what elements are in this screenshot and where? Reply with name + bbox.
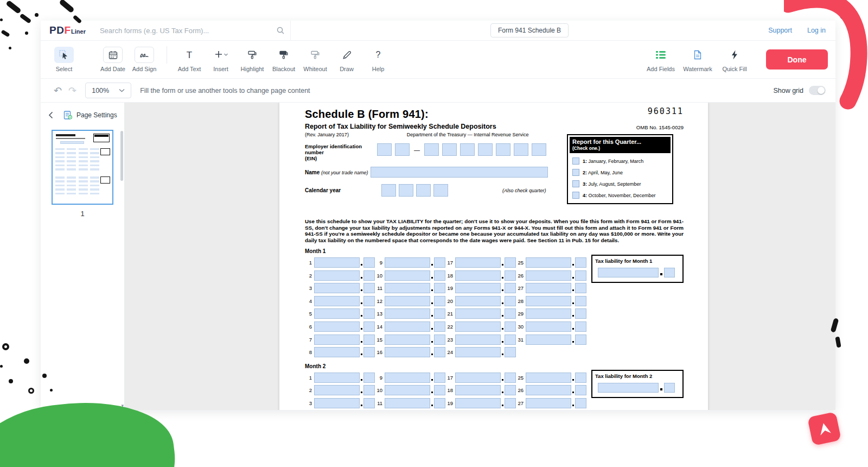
day-cents-input[interactable]: [434, 373, 445, 383]
day-amount-input[interactable]: [526, 398, 571, 408]
day-amount-input[interactable]: [385, 283, 430, 293]
day-amount-input[interactable]: [385, 398, 430, 408]
day-amount-input[interactable]: [526, 321, 571, 332]
year-digit-input[interactable]: [433, 184, 448, 197]
quarter-3-checkbox[interactable]: [572, 180, 579, 187]
tool-add-sign[interactable]: Add Sign: [129, 47, 160, 72]
day-amount-input[interactable]: [314, 321, 360, 332]
current-document-title[interactable]: Form 941 Schedule B: [490, 23, 569, 37]
tool-quick-fill[interactable]: Quick Fill: [716, 47, 753, 72]
day-cents-input[interactable]: [505, 385, 516, 395]
day-cents-input[interactable]: [505, 347, 516, 357]
day-cents-input[interactable]: [434, 296, 445, 306]
day-cents-input[interactable]: [575, 321, 586, 332]
day-amount-input[interactable]: [385, 335, 430, 345]
day-cents-input[interactable]: [575, 257, 586, 268]
tax-liability-month1-cents-input[interactable]: [664, 268, 675, 277]
day-cents-input[interactable]: [575, 270, 586, 281]
day-amount-input[interactable]: [455, 257, 501, 268]
day-amount-input[interactable]: [314, 385, 360, 395]
day-cents-input[interactable]: [434, 257, 445, 268]
tool-draw[interactable]: Draw: [331, 47, 362, 72]
quarter-2-checkbox[interactable]: [572, 169, 579, 176]
day-cents-input[interactable]: [575, 335, 586, 345]
tool-add-text[interactable]: T Add Text: [174, 47, 205, 72]
day-cents-input[interactable]: [434, 270, 445, 281]
day-amount-input[interactable]: [526, 270, 571, 281]
day-cents-input[interactable]: [575, 283, 586, 293]
tool-whiteout[interactable]: Whiteout: [299, 47, 331, 72]
day-cents-input[interactable]: [363, 335, 375, 345]
day-amount-input[interactable]: [526, 257, 571, 268]
day-amount-input[interactable]: [314, 283, 360, 293]
day-amount-input[interactable]: [526, 385, 571, 395]
day-cents-input[interactable]: [575, 296, 586, 306]
day-cents-input[interactable]: [363, 308, 375, 319]
scrollbar-thumb[interactable]: [120, 131, 123, 181]
day-amount-input[interactable]: [314, 373, 360, 383]
day-cents-input[interactable]: [505, 257, 516, 268]
day-amount-input[interactable]: [455, 296, 501, 306]
tool-select[interactable]: Select: [48, 47, 80, 72]
day-cents-input[interactable]: [434, 308, 445, 319]
day-amount-input[interactable]: [385, 257, 430, 268]
day-cents-input[interactable]: [363, 270, 375, 281]
day-amount-input[interactable]: [455, 270, 501, 281]
day-cents-input[interactable]: [575, 373, 586, 383]
day-amount-input[interactable]: [526, 335, 571, 345]
day-amount-input[interactable]: [314, 270, 360, 281]
day-amount-input[interactable]: [455, 321, 501, 332]
day-cents-input[interactable]: [575, 308, 586, 319]
day-cents-input[interactable]: [363, 347, 375, 357]
day-cents-input[interactable]: [505, 321, 516, 332]
day-cents-input[interactable]: [363, 296, 375, 306]
day-amount-input[interactable]: [314, 308, 360, 319]
collapse-sidebar-icon[interactable]: [48, 111, 53, 119]
ein-digit-input[interactable]: [478, 143, 493, 156]
day-amount-input[interactable]: [455, 347, 501, 357]
document-viewport[interactable]: 960311 Schedule B (Form 941): Report of …: [125, 103, 835, 410]
tool-insert[interactable]: Insert: [205, 47, 237, 72]
day-cents-input[interactable]: [505, 270, 516, 281]
day-cents-input[interactable]: [434, 335, 445, 345]
ein-digit-input[interactable]: [496, 143, 510, 156]
day-cents-input[interactable]: [505, 308, 516, 319]
day-cents-input[interactable]: [363, 373, 375, 383]
year-digit-input[interactable]: [399, 184, 413, 197]
tax-liability-month1-input[interactable]: [598, 268, 659, 277]
day-amount-input[interactable]: [526, 296, 571, 306]
day-cents-input[interactable]: [363, 398, 375, 408]
ein-digit-input[interactable]: [532, 143, 546, 156]
ein-digit-input[interactable]: [377, 143, 392, 156]
tool-add-fields[interactable]: Add Fields: [642, 47, 679, 72]
day-amount-input[interactable]: [455, 283, 501, 293]
undo-icon[interactable]: ↶: [50, 86, 65, 96]
day-cents-input[interactable]: [505, 296, 516, 306]
day-cents-input[interactable]: [434, 385, 445, 395]
day-cents-input[interactable]: [505, 335, 516, 345]
day-amount-input[interactable]: [526, 308, 571, 319]
tool-highlight[interactable]: Highlight: [237, 47, 268, 72]
tax-liability-month2-input[interactable]: [598, 383, 659, 393]
day-amount-input[interactable]: [385, 308, 430, 319]
sidebar-scrollbar[interactable]: [120, 131, 123, 386]
ein-digit-input[interactable]: [514, 143, 528, 156]
day-cents-input[interactable]: [363, 385, 375, 395]
day-cents-input[interactable]: [434, 321, 445, 332]
tax-liability-month2-cents-input[interactable]: [664, 383, 675, 393]
year-digit-input[interactable]: [416, 184, 431, 197]
zoom-select[interactable]: 100%: [85, 83, 131, 98]
day-cents-input[interactable]: [363, 321, 375, 332]
day-amount-input[interactable]: [385, 347, 430, 357]
ein-digit-input[interactable]: [424, 143, 439, 156]
day-amount-input[interactable]: [455, 385, 501, 395]
pdfliner-logo[interactable]: PDFLiner: [49, 24, 86, 36]
page-thumbnail[interactable]: [52, 130, 113, 205]
day-amount-input[interactable]: [385, 296, 430, 306]
day-amount-input[interactable]: [455, 308, 501, 319]
day-amount-input[interactable]: [385, 321, 430, 332]
tool-help[interactable]: ? Help: [362, 47, 394, 72]
day-amount-input[interactable]: [385, 373, 430, 383]
day-cents-input[interactable]: [505, 283, 516, 293]
tool-add-date[interactable]: Add Date: [97, 47, 129, 72]
